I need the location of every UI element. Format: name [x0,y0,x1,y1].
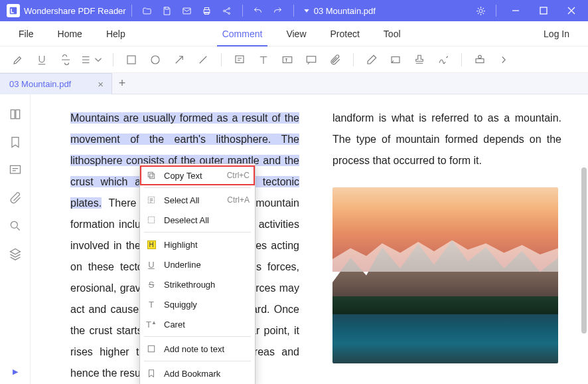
body-text-right[interactable]: landform is what is referred to as a mou… [332,108,561,171]
tool-stamp2[interactable] [469,49,491,70]
ctx-copy-text[interactable]: Copy Text Ctrl+C [140,165,255,185]
bookmark-icon[interactable] [7,134,23,150]
scrollbar[interactable] [581,94,587,384]
app-title: Wondershare PDF Reader [24,6,126,16]
tool-text[interactable] [252,49,275,70]
svg-rect-14 [307,56,316,62]
tool-list[interactable] [78,49,106,70]
ctx-highlight[interactable]: H Highlight [140,235,255,254]
ctx-add-bookmark[interactable]: Add Bookmark [140,363,255,383]
selectall-icon [145,195,157,205]
layers-icon[interactable] [7,246,23,262]
strike-icon: S [145,280,157,290]
svg-rect-16 [476,58,484,62]
svg-point-11 [151,56,159,64]
deselect-icon [145,215,157,225]
document-tab[interactable]: 03 Mountain.pdf × [0,73,112,94]
tool-arrow[interactable] [168,49,190,70]
redo-icon[interactable] [268,0,288,21]
context-menu: Copy Text Ctrl+C Select All Ctrl+A Desel… [139,163,256,384]
menu-file[interactable]: File [7,21,46,47]
svg-rect-26 [148,345,154,351]
tool-area-highlight[interactable] [384,49,407,70]
new-tab-button[interactable]: + [112,73,132,94]
ctx-add-note[interactable]: Add note to text [140,339,255,359]
share-icon[interactable] [217,0,237,21]
close-button[interactable] [557,0,585,21]
ctx-caret-label: Caret [164,320,250,330]
menu-help[interactable]: Help [94,21,137,47]
tool-highlight[interactable] [7,49,29,70]
tool-underline[interactable] [31,49,53,70]
tool-attach[interactable] [324,49,346,70]
tool-line[interactable] [192,49,214,70]
svg-point-7 [228,13,230,15]
open-icon[interactable] [137,0,157,21]
login-button[interactable]: Log In [532,21,581,47]
mail-icon[interactable] [177,0,197,21]
tool-signature[interactable] [432,49,455,70]
squiggly-icon: T [145,300,157,310]
thumbnails-icon[interactable] [7,106,23,122]
ctx-copy-label: Copy Text [164,171,220,181]
ctx-strikethrough[interactable]: S Strikethrough [140,274,255,294]
tool-rectangle[interactable] [120,49,143,70]
maximize-button[interactable] [530,0,557,21]
svg-rect-25 [148,217,154,223]
tool-circle[interactable] [144,49,167,70]
ctx-underline[interactable]: U Underline [140,254,255,274]
print-icon[interactable] [197,0,217,21]
ctx-note-label: Add note to text [164,344,250,354]
menu-view[interactable]: View [274,21,318,47]
tool-textbox[interactable] [276,49,299,70]
sidebar-expand-icon[interactable]: ▶ [13,367,18,376]
svg-point-5 [224,10,226,12]
scroll-thumb[interactable] [581,167,587,334]
copy-icon [145,171,157,180]
svg-rect-9 [540,7,547,14]
title-filename: 03 Mountain.pdf [303,6,376,16]
tool-eraser[interactable] [360,49,383,70]
tool-stamp[interactable] [408,49,431,70]
right-column: landform is what is referred to as a mou… [332,108,561,377]
search-icon[interactable] [7,218,23,234]
svg-point-8 [479,9,482,13]
tool-note[interactable] [228,49,251,70]
theme-icon[interactable] [471,0,490,21]
undo-icon[interactable] [248,0,268,21]
menu-home[interactable]: Home [46,21,94,47]
ctx-deselect-all[interactable]: Deselect All [140,210,255,230]
ctx-bookmark-label: Add Bookmark [164,369,250,379]
svg-rect-13 [283,56,292,62]
tool-callout[interactable] [300,49,323,70]
menu-comment[interactable]: Comment [210,21,275,47]
ctx-strike-label: Strikethrough [164,280,250,290]
ctx-caret[interactable]: T▲ Caret [140,314,255,334]
svg-point-21 [11,221,17,228]
comments-icon[interactable] [7,162,23,178]
attachments-icon[interactable] [7,190,23,206]
menu-tool[interactable]: Tool [372,21,413,47]
minimize-button[interactable] [502,0,530,21]
ctx-underline-label: Underline [164,260,250,270]
ctx-select-all[interactable]: Select All Ctrl+A [140,190,255,210]
ctx-squiggly[interactable]: T Squiggly [140,294,255,314]
app-logo [7,4,20,17]
svg-rect-18 [11,110,15,118]
tab-close-icon[interactable]: × [98,78,104,90]
menubar: File Home Help Comment View Protect Tool… [0,21,588,47]
svg-rect-22 [150,174,155,179]
svg-rect-12 [236,56,244,63]
menu-protect[interactable]: Protect [319,21,372,47]
tool-more[interactable] [492,49,515,70]
tabbar: 03 Mountain.pdf × + [0,73,588,94]
save-icon[interactable] [157,0,177,21]
mountain-image [332,187,558,363]
svg-rect-19 [15,110,19,118]
filename-label: 03 Mountain.pdf [314,6,376,16]
sidebar: ▶ [0,94,31,384]
ctx-squiggly-label: Squiggly [164,300,250,310]
tool-strikethrough[interactable] [54,49,77,70]
svg-rect-3 [205,7,209,9]
ctx-highlight-label: Highlight [164,240,250,250]
